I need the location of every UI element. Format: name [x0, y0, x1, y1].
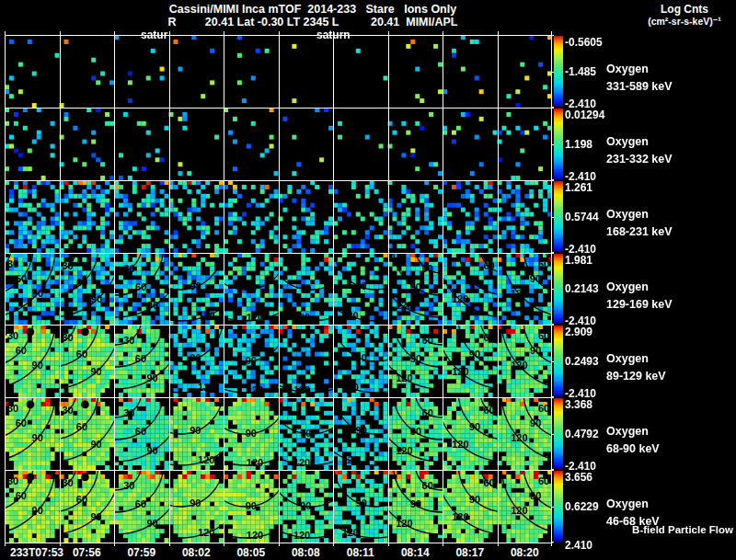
colorbar-scale-top: 1.981 [565, 254, 592, 267]
page-title: Cassini/MIMI Inca mTOF 2014-233 Stare Io… [83, 3, 543, 16]
row-species-label: Oxygen168-231 keV [606, 206, 673, 241]
colorbar-scale-top: 3.368 [565, 398, 592, 411]
time-tick-label: 08:14 [401, 546, 430, 559]
colorbar-scale-top: 3.656 [565, 471, 592, 484]
colorbar-tick [551, 289, 554, 290]
colorbar-tick [551, 253, 554, 254]
species-name: Oxygen [606, 496, 660, 513]
colorbar-scale-mid: 0.2493 [565, 355, 599, 368]
species-name: Oxygen [606, 423, 660, 440]
colorbar-tick [551, 361, 554, 362]
colorbar-tick [551, 217, 554, 218]
species-name: Oxygen [606, 61, 673, 78]
colorbar-scale-mid: 0.2143 [565, 282, 599, 295]
energy-range: 68-90 keV [606, 440, 660, 458]
colorbar-scale-mid: 0.4792 [565, 428, 599, 440]
time-tick-label: 07:59 [127, 546, 155, 559]
species-name: Oxygen [606, 350, 666, 368]
time-tick-label: 08:11 [347, 546, 374, 559]
energy-range: 231-332 keV [606, 151, 673, 168]
colorbar [554, 36, 563, 107]
time-tick-label: 08:17 [455, 546, 484, 559]
colorbar [554, 254, 563, 324]
colorbar-units: Log Cnts (cm²-sr-s-keV)⁻¹ [633, 4, 736, 28]
colorbar-tick [551, 180, 554, 181]
time-tick-label: 233T07:53 [10, 546, 63, 559]
colorbar-scale-mid: 0.5744 [565, 211, 599, 223]
time-tick-label: 07:56 [73, 546, 101, 559]
colorbar-scale-mid: -1.485 [565, 65, 596, 78]
energy-range: 129-169 keV [606, 296, 673, 314]
bfield-particle-flow-label: B-field Particle Flow [632, 524, 733, 535]
colorbar-tick [551, 72, 554, 73]
saturn-marker-label: satur [141, 29, 167, 41]
row-species-label: Oxygen231-332 keV [606, 133, 673, 168]
time-tick-label: 08:08 [292, 546, 320, 559]
colorbar-scale-top: 0.01294 [565, 109, 604, 121]
colorbar-tick [551, 507, 554, 508]
time-tick-label: 08:02 [182, 546, 211, 559]
colorbar-scale-mid: 0.6229 [565, 500, 599, 513]
row-species-label: Oxygen129-169 keV [606, 279, 673, 314]
colorbar [554, 471, 563, 542]
colorbar [554, 181, 563, 252]
colorbar-tick [551, 542, 554, 543]
units-log-cnts: Log Cnts [633, 4, 736, 16]
colorbar-tick [551, 325, 554, 326]
colorbar [554, 109, 563, 179]
units-cm2-sr-s-kev: (cm²-sr-s-keV)⁻¹ [633, 16, 736, 28]
colorbar [554, 326, 563, 396]
colorbar-tick [551, 434, 554, 435]
energy-range: 168-231 keV [606, 223, 673, 241]
row-species-label: Oxygen331-589 keV [606, 61, 673, 96]
colorbar-tick [551, 35, 554, 36]
colorbar-scale-mid: 1.198 [565, 138, 592, 151]
species-name: Oxygen [606, 206, 673, 223]
colorbar [554, 398, 563, 469]
colorbar-tick [551, 470, 554, 471]
energy-range: 89-129 keV [606, 368, 666, 385]
row-species-label: Oxygen89-129 keV [606, 350, 666, 385]
colorbar-scale-bottom: 2.410 [565, 539, 592, 552]
colorbar-scale-top: 1.261 [565, 181, 592, 194]
species-name: Oxygen [606, 133, 673, 151]
colorbar-scale-top: 2.909 [565, 326, 592, 338]
orbit-info-line: R 20.41 Lat -0.30 LT 2345 L 20.41 MIMI/A… [83, 16, 543, 29]
colorbar-scale-top: -0.5605 [565, 36, 603, 49]
time-tick-label: 08:05 [236, 546, 265, 559]
colorbar-tick [551, 397, 554, 398]
colorbar-tick [551, 144, 554, 145]
cassini-mimi-inca-display: Cassini/MIMI Inca mTOF 2014-233 Stare Io… [0, 0, 736, 560]
row-species-label: Oxygen68-90 keV [606, 423, 660, 458]
time-tick-label: 08:20 [511, 546, 539, 559]
species-name: Oxygen [606, 279, 673, 296]
energy-range: 331-589 keV [606, 78, 673, 96]
spectrogram-panel-grid [5, 31, 553, 546]
saturn-marker-label: saturn [316, 29, 351, 41]
colorbar-tick [551, 108, 554, 109]
